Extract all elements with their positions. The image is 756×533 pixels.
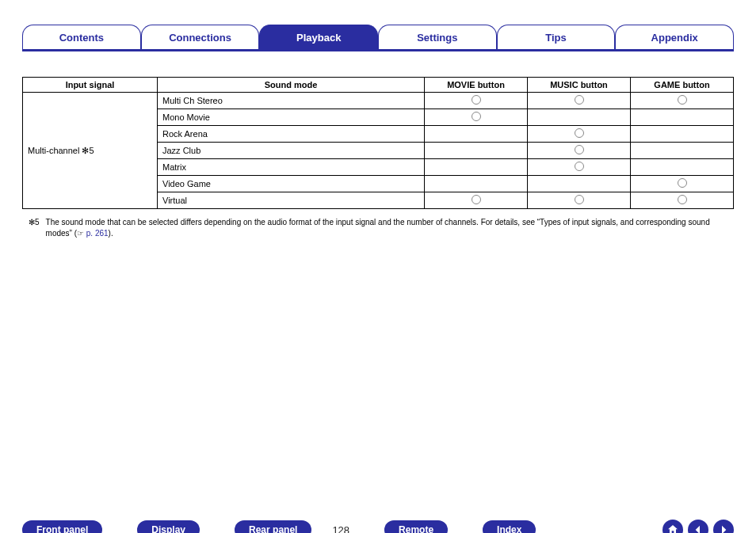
circle-icon [575,128,584,138]
footnote-text: The sound mode that can be selected diff… [46,217,727,238]
th-input-signal: Input signal [23,78,158,93]
cell-game [631,143,734,159]
cell-game [631,192,734,209]
table-row: Multi-channel ✻5Multi Ch Stereo [23,93,734,109]
cell-movie [425,159,528,176]
page-number: 128 [332,524,349,534]
next-page-icon[interactable] [713,520,734,533]
circle-icon [472,195,481,204]
cell-music [528,126,631,143]
th-music: MUSIC button [528,78,631,93]
cell-game [631,176,734,192]
bottom-nav: Front panel Display Rear panel 128 Remot… [22,517,734,533]
btn-display[interactable]: Display [137,520,200,533]
cell-sound-mode: Jazz Club [158,143,425,159]
circle-icon [678,178,687,188]
tab-appendix[interactable]: Appendix [615,25,734,49]
circle-icon [575,162,584,171]
cell-game [631,93,734,109]
cell-movie [425,143,528,159]
home-icon[interactable] [662,520,683,533]
th-sound-mode: Sound mode [158,78,425,93]
tab-connections[interactable]: Connections [141,25,260,49]
tab-settings[interactable]: Settings [378,25,497,49]
cell-movie [425,126,528,143]
cell-sound-mode: Video Game [158,176,425,192]
cell-sound-mode: Multi Ch Stereo [158,93,425,109]
footnote-link[interactable]: p. 261 [86,229,109,238]
cell-music [528,159,631,176]
cell-music [528,143,631,159]
th-game: GAME button [631,78,734,93]
cell-game [631,109,734,126]
cell-music [528,192,631,209]
cell-game [631,159,734,176]
circle-icon [472,95,481,105]
tab-tips[interactable]: Tips [497,25,616,49]
th-movie: MOVIE button [425,78,528,93]
cell-movie [425,176,528,192]
cell-game [631,126,734,143]
circle-icon [575,195,584,204]
tab-playback[interactable]: Playback [259,25,378,49]
top-tabbar: Contents Connections Playback Settings T… [22,24,734,51]
btn-rear-panel[interactable]: Rear panel [235,520,311,533]
cell-music [528,109,631,126]
footnote-text-after: ). [109,229,113,238]
btn-remote[interactable]: Remote [384,520,448,533]
cell-movie [425,109,528,126]
sound-mode-table-wrap: Input signal Sound mode MOVIE button MUS… [22,77,734,209]
cell-sound-mode: Mono Movie [158,109,425,126]
tab-contents[interactable]: Contents [22,25,141,49]
sound-mode-table: Input signal Sound mode MOVIE button MUS… [22,77,734,209]
circle-icon [678,95,687,105]
cell-music [528,93,631,109]
footnote: ✻5 The sound mode that can be selected d… [29,217,727,238]
prev-page-icon[interactable] [688,520,708,533]
cell-movie [425,93,528,109]
footnote-text-before: The sound mode that can be selected diff… [46,218,710,238]
circle-icon [678,195,687,204]
cell-sound-mode: Matrix [158,159,425,176]
cell-music [528,176,631,192]
cell-movie [425,192,528,209]
btn-front-panel[interactable]: Front panel [22,520,102,533]
cell-input-signal: Multi-channel ✻5 [23,93,158,209]
footnote-ref: ✻5 [29,217,40,238]
cell-sound-mode: Rock Arena [158,126,425,143]
cell-sound-mode: Virtual [158,192,425,209]
circle-icon [575,145,584,154]
circle-icon [575,95,584,105]
circle-icon [472,112,481,121]
btn-index[interactable]: Index [483,520,536,533]
